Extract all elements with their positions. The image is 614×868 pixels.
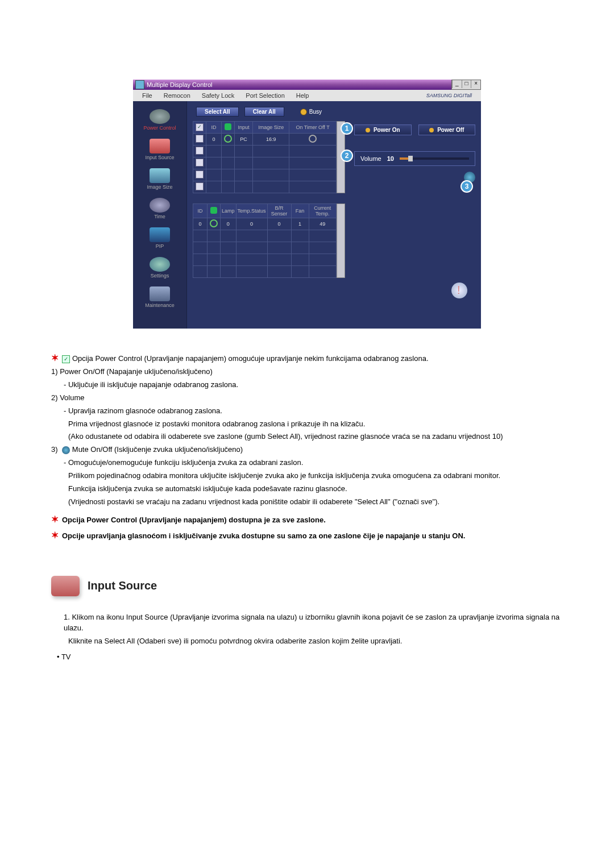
table-row[interactable]: 0 PC 16:9	[193, 134, 337, 146]
section-heading: Input Source	[51, 576, 563, 596]
star-icon: ✶	[51, 514, 59, 524]
busy-icon	[300, 109, 307, 115]
time-icon	[150, 198, 170, 213]
clear-all-button[interactable]: Clear All	[244, 107, 284, 117]
window-controls[interactable]: _ □ ×	[451, 80, 481, 90]
document-body: ✶Opcija Power Control (Upravljanje napaj…	[51, 351, 563, 663]
app-icon	[135, 80, 144, 89]
sidebar-item-maintenance[interactable]: Maintenance	[138, 286, 181, 308]
brand-label: SAMSUNG DIGITall	[421, 93, 478, 98]
volume-slider[interactable]	[400, 157, 469, 160]
slider-thumb[interactable]	[408, 156, 413, 161]
main-area: Select All Clear All Busy ID	[187, 101, 481, 329]
display-table: ID Input Image Size On Timer Off T 0	[193, 121, 337, 193]
alert-icon	[451, 283, 467, 298]
sidebar-item-pip[interactable]: PIP	[138, 227, 181, 249]
sidebar-item-power-control[interactable]: Power Control	[138, 109, 181, 131]
pip-icon	[150, 227, 170, 242]
callout-badge-2: 2	[341, 149, 353, 162]
menu-port-selection[interactable]: Port Selection	[240, 92, 290, 99]
menu-file[interactable]: File	[136, 92, 158, 99]
power-off-button[interactable]: Power Off	[418, 124, 476, 135]
star-icon: ✶	[51, 353, 59, 363]
sidebar-item-image-size[interactable]: Image Size	[138, 168, 181, 190]
sidebar-item-time[interactable]: Time	[138, 198, 181, 219]
settings-icon	[150, 257, 170, 272]
sidebar-item-settings[interactable]: Settings	[138, 257, 181, 279]
maintenance-icon	[150, 286, 170, 301]
mute-icon	[62, 446, 70, 454]
power-icon	[150, 109, 170, 124]
minimize-icon[interactable]: _	[452, 80, 462, 88]
header-checkbox[interactable]	[196, 123, 204, 131]
window-title: Multiple Display Control	[147, 81, 213, 88]
power-col-icon	[225, 123, 231, 130]
sidebar-item-input-source[interactable]: Input Source	[138, 139, 181, 160]
maximize-icon[interactable]: □	[462, 80, 471, 88]
menu-help[interactable]: Help	[291, 92, 315, 99]
dot-icon	[429, 128, 434, 132]
volume-label: Volume	[360, 155, 381, 162]
power-col-icon	[210, 207, 217, 214]
row-checkbox[interactable]	[196, 135, 204, 143]
select-all-button[interactable]: Select All	[196, 107, 239, 117]
app-window: Multiple Display Control _ □ × File Remo…	[133, 80, 481, 329]
sidebar: Power Control Input Source Image Size Ti…	[133, 101, 187, 329]
volume-panel: Volume 10	[354, 151, 475, 166]
input-icon	[150, 139, 170, 153]
table-row[interactable]: 0 0 0 0 1 49	[193, 218, 337, 230]
status-ring-icon	[224, 135, 232, 143]
dot-icon	[366, 128, 370, 132]
image-size-icon	[150, 168, 170, 183]
status-ring-icon	[210, 219, 218, 227]
menu-bar: File Remocon Safety Lock Port Selection …	[133, 90, 481, 101]
callout-badge-1: 1	[341, 122, 353, 135]
scrollbar[interactable]	[337, 203, 345, 278]
menu-remocon[interactable]: Remocon	[158, 92, 196, 99]
status-table: ID Lamp Temp.Status B/R Senser Fan Curre…	[193, 203, 337, 278]
busy-indicator: Busy	[300, 109, 322, 115]
volume-value: 10	[387, 155, 394, 162]
callout-badge-3: 3	[460, 180, 473, 193]
right-panel: Power On Power Off Volume 10	[350, 121, 475, 278]
footer-area	[193, 278, 475, 306]
power-on-button[interactable]: Power On	[354, 124, 412, 135]
close-icon[interactable]: ×	[471, 80, 480, 88]
timer-ring-icon	[309, 135, 317, 143]
check-icon	[62, 355, 70, 363]
input-source-icon	[51, 576, 80, 596]
star-icon: ✶	[51, 530, 59, 540]
title-bar: Multiple Display Control _ □ ×	[133, 80, 481, 90]
menu-safety-lock[interactable]: Safety Lock	[196, 92, 240, 99]
